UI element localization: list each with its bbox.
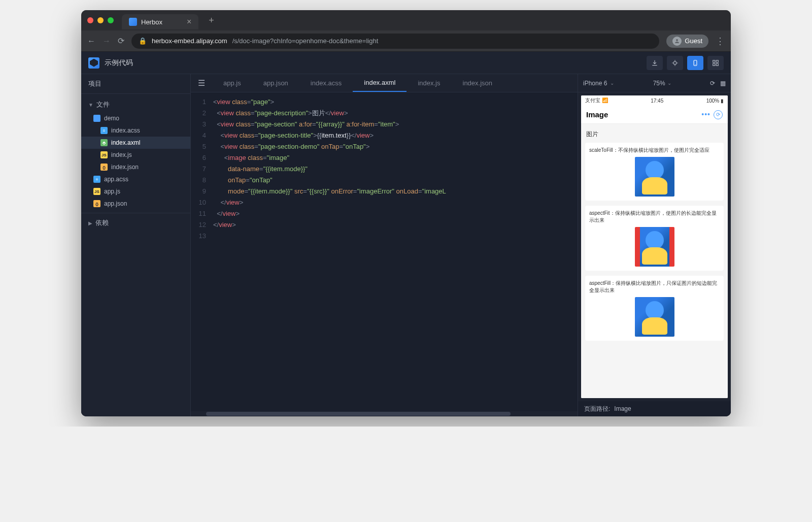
preview-footer: 页面路径: Image xyxy=(578,401,731,416)
editor-tab-index-acss[interactable]: index.acss xyxy=(299,74,353,92)
new-tab-button[interactable]: + xyxy=(209,15,214,26)
zoom-level: 75% xyxy=(653,80,665,87)
editor: ☰ app.jsapp.jsonindex.acssindex.axmlinde… xyxy=(191,74,578,416)
code-line: 10 </view> xyxy=(191,197,578,208)
code-line: 3 <view class="page-section" a:for="{{ar… xyxy=(191,119,578,130)
url-path: /s/doc-image?chInfo=openhome-doc&theme=l… xyxy=(232,37,379,45)
refresh-button[interactable]: ⟳ xyxy=(710,80,715,87)
js-file-icon: JS xyxy=(93,188,100,195)
mascot-image xyxy=(635,297,674,337)
browser-menu-button[interactable]: ⋮ xyxy=(716,36,725,47)
editor-tab-app-js[interactable]: app.js xyxy=(212,74,252,92)
card-title: scaleToFill：不保持纵横比缩放图片，使图片完全适应 xyxy=(589,147,720,154)
image-mode-card[interactable]: aspectFit：保持纵横比缩放图片，使图片的长边能完全显示出来 xyxy=(585,206,724,271)
file-app-js[interactable]: JSapp.js xyxy=(81,185,190,198)
svg-rect-6 xyxy=(713,63,715,66)
file-name: app.acss xyxy=(104,176,128,183)
toolbar xyxy=(647,56,724,70)
file-app-json[interactable]: {}app.json xyxy=(81,198,190,210)
app-title-text: 示例代码 xyxy=(105,58,133,68)
editor-tab-app-json[interactable]: app.json xyxy=(252,74,299,92)
code-line: 9 mode="{{item.mode}}" src="{{src}}" onE… xyxy=(191,186,578,197)
editor-tab-index-axml[interactable]: index.axml xyxy=(353,74,407,92)
mobile-preview-button[interactable] xyxy=(687,56,703,70)
preview-header: iPhone 6 ⌄ 75% ⌄ ⟳ ▦ xyxy=(578,74,731,92)
file-name: index.axml xyxy=(111,139,140,146)
file-app-acss[interactable]: ≡app.acss xyxy=(81,173,190,185)
svg-point-0 xyxy=(676,39,678,41)
file-name: index.json xyxy=(111,164,139,171)
device-selector[interactable]: iPhone 6 ⌄ xyxy=(583,80,614,87)
horizontal-scrollbar[interactable] xyxy=(191,411,578,416)
download-button[interactable] xyxy=(647,56,663,70)
image-mode-card[interactable]: aspectFill：保持纵横比缩放图片，只保证图片的短边能完全显示出来 xyxy=(585,276,724,341)
grid-button[interactable] xyxy=(707,56,724,70)
app-logo-icon xyxy=(88,57,99,69)
code-line: 1<view class="page"> xyxy=(191,96,578,108)
file-index-acss[interactable]: ≡index.acss xyxy=(81,124,190,137)
deps-section-header[interactable]: ▶ 依赖 xyxy=(81,213,190,231)
folder-name: demo xyxy=(104,115,119,122)
footer-path: Image xyxy=(614,405,631,412)
image-mode-card[interactable]: scaleToFill：不保持纵横比缩放图片，使图片完全适应 xyxy=(585,143,724,201)
json-file-icon: {} xyxy=(100,164,108,171)
grid-icon[interactable]: ▦ xyxy=(720,80,726,87)
deps-label: 依赖 xyxy=(95,218,109,227)
code-line: 6 <image class="image" xyxy=(191,152,578,164)
maximize-icon[interactable] xyxy=(108,17,114,23)
phone-body[interactable]: 图片 scaleToFill：不保持纵横比缩放图片，使图片完全适应aspectF… xyxy=(581,124,728,398)
editor-tab-index-json[interactable]: index.json xyxy=(452,74,504,92)
phone-frame: 支付宝 📶 17:45 100% ▮ Image ••• ⟳ 图片 scaleT… xyxy=(581,95,728,398)
close-circle-icon[interactable]: ⟳ xyxy=(714,110,723,119)
tab-favicon-icon xyxy=(129,18,137,26)
preview-panel: iPhone 6 ⌄ 75% ⌄ ⟳ ▦ 支付宝 📶 17:4 xyxy=(578,74,731,416)
project-header: 项目 xyxy=(81,74,190,94)
phone-nav-bar: Image ••• ⟳ xyxy=(581,106,728,124)
folder-demo[interactable]: demo xyxy=(81,112,190,124)
zoom-selector[interactable]: 75% ⌄ xyxy=(653,80,671,87)
chevron-right-icon: ▶ xyxy=(88,220,92,226)
footer-label: 页面路径: xyxy=(584,405,610,413)
carrier: 支付宝 📶 xyxy=(585,97,608,104)
page-description: 图片 xyxy=(585,128,724,143)
editor-tab-index-js[interactable]: index.js xyxy=(407,74,451,92)
code-line: 5 <view class="page-section-demo" onTap=… xyxy=(191,141,578,152)
url-host: herbox-embed.alipay.com xyxy=(152,37,227,45)
editor-menu-icon[interactable]: ☰ xyxy=(191,78,212,88)
tab-close-icon[interactable]: × xyxy=(187,17,191,26)
browser-tab[interactable]: Herbox × xyxy=(122,14,198,29)
back-button[interactable]: ← xyxy=(87,37,95,46)
folder-icon xyxy=(93,115,100,122)
mascot-image xyxy=(635,227,674,267)
app-title: 示例代码 xyxy=(88,57,133,69)
code-editor[interactable]: 1<view class="page">2 <view class="page-… xyxy=(191,92,578,411)
profile-button[interactable]: Guest xyxy=(666,35,708,48)
more-icon[interactable]: ••• xyxy=(701,110,710,119)
file-index-json[interactable]: {}index.json xyxy=(81,161,190,173)
mascot-image xyxy=(635,157,674,197)
status-time: 17:45 xyxy=(651,98,663,104)
reload-button[interactable]: ⟳ xyxy=(118,36,124,46)
forward-button[interactable]: → xyxy=(103,37,111,46)
minimize-icon[interactable] xyxy=(97,17,104,23)
files-section-header[interactable]: ▼ 文件 xyxy=(81,97,190,112)
file-index-axml[interactable]: ⬘index.axml xyxy=(81,137,190,149)
browser-window: Herbox × + ← → ⟳ 🔒 herbox-embed.alipay.c… xyxy=(81,10,731,416)
theme-button[interactable] xyxy=(667,56,683,70)
svg-point-1 xyxy=(673,61,676,64)
app-header: 示例代码 xyxy=(81,52,731,74)
address-bar: ← → ⟳ 🔒 herbox-embed.alipay.com/s/doc-im… xyxy=(81,30,731,52)
battery: 100% ▮ xyxy=(706,98,724,104)
file-name: app.js xyxy=(104,188,120,195)
file-name: index.acss xyxy=(111,127,140,134)
file-index-js[interactable]: JSindex.js xyxy=(81,149,190,161)
url-input[interactable]: 🔒 herbox-embed.alipay.com/s/doc-image?ch… xyxy=(131,34,659,49)
lock-icon: 🔒 xyxy=(139,37,147,45)
close-icon[interactable] xyxy=(87,17,93,23)
guest-label: Guest xyxy=(685,37,702,45)
chevron-down-icon: ⌄ xyxy=(610,80,614,86)
page-title: Image xyxy=(586,110,608,119)
traffic-lights xyxy=(87,17,114,23)
svg-rect-4 xyxy=(713,60,715,62)
svg-rect-7 xyxy=(716,63,718,66)
